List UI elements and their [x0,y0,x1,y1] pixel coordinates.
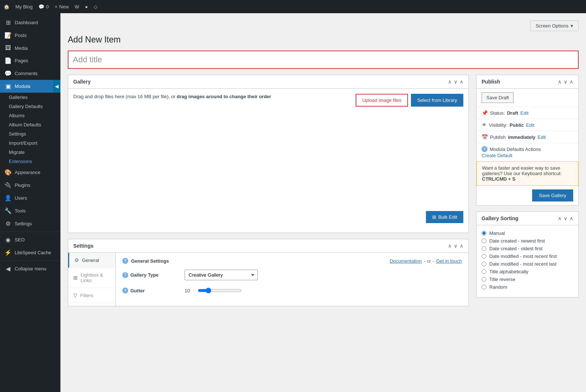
modula-icon: ▣ [4,83,12,90]
screen-options-bar: Screen Options ▾ [68,21,579,31]
publish-collapse-up[interactable]: ∧ [558,79,561,85]
sidebar-item-plugins[interactable]: 🔌 Plugins [0,179,60,192]
dashboard-icon: ⊞ [4,19,12,26]
sidebar-item-seo[interactable]: ◉ SEO [0,233,60,246]
sorting-radio-1[interactable] [482,238,486,243]
general-tab-icon: ⚙ [74,257,79,263]
select-from-library-button[interactable]: Select from Library [411,94,463,107]
sorting-collapse-down[interactable]: ∨ [564,215,567,221]
settings-tab-lightbox[interactable]: ⊞ Lightbox & Links [68,268,115,288]
collapse-icon: ◀ [4,265,12,272]
settings-close[interactable]: ∧ [460,243,463,249]
screen-options-button[interactable]: Screen Options ▾ [530,21,579,31]
gallery-empty-area: ⊞ Bulk Edit [73,110,463,228]
sorting-collapse-up[interactable]: ∧ [558,215,561,221]
sidebar-sub-migrate[interactable]: Migrate [4,148,60,157]
settings-collapse-up[interactable]: ∧ [448,243,452,249]
sidebar-sub-gallery-defaults[interactable]: Gallery Defaults [4,102,60,111]
metabox-close[interactable]: ∧ [460,79,463,85]
sorting-option: Date modified - most recent first [482,254,573,259]
sidebar-item-dashboard[interactable]: ⊞ Dashboard [0,16,60,29]
publish-edit-link[interactable]: Edit [538,134,546,140]
sorting-label: Date modified - most recent first [489,254,557,259]
general-settings-help-badge[interactable]: ? [122,258,128,264]
admin-bar-site[interactable]: My Blog [15,4,33,10]
admin-bar-comments[interactable]: 💬 0 [38,4,49,10]
sorting-radio-2[interactable] [482,246,486,251]
sidebar-divider2 [0,260,60,261]
sorting-radio-6[interactable] [482,277,486,282]
gallery-metabox-header: Gallery ∧ ∨ ∧ [68,75,468,89]
sorting-radio-3[interactable] [482,254,486,259]
main-content: Screen Options ▾ Add New Item Gallery ∧ … [60,13,586,392]
sidebar-item-settings[interactable]: ⚙ Settings [0,217,60,230]
sidebar-item-litespeed[interactable]: ⚡ LiteSpeed Cache [0,246,60,259]
upload-image-files-button[interactable]: Upload image files [356,94,408,107]
get-in-touch-link[interactable]: Get in touch [436,258,462,264]
publish-collapse-down[interactable]: ∨ [564,79,567,85]
sorting-option: Title reverse [482,277,573,282]
sidebar-item-posts[interactable]: 📝 Posts [0,29,60,42]
metabox-collapse-up[interactable]: ∧ [448,79,452,85]
title-input[interactable] [68,51,579,69]
sidebar-item-pages[interactable]: 📄 Pages [0,54,60,67]
gutter-help-badge[interactable]: ? [122,288,128,293]
sidebar-sub-import-export[interactable]: Import/Export [4,138,60,148]
sidebar-item-users[interactable]: 👤 Users [0,192,60,204]
sorting-radio-7[interactable] [482,285,486,289]
save-gallery-button[interactable]: Save Gallery [532,189,573,201]
sidebar-item-appearance[interactable]: 🎨 Appearance [0,166,60,179]
visibility-edit-link[interactable]: Edit [526,122,534,128]
gallery-type-select[interactable]: Creative Gallery Masonry Slider Custom G… [185,270,258,280]
sidebar-item-modula[interactable]: ▣ Modula ◀ [0,80,60,93]
sidebar-sub-albums[interactable]: Albums [4,111,60,120]
sorting-radio-4[interactable] [482,262,486,266]
sorting-radio-0[interactable] [482,231,486,236]
settings-tab-general[interactable]: ⚙ General [68,253,115,268]
sidebar-sub-galleries[interactable]: Galleries [4,93,60,102]
modula-defaults-label: Modula Defaults Actions [490,147,541,152]
admin-bar-extra1[interactable]: W [75,4,79,10]
gutter-control: 10 [185,288,242,293]
publish-status-row: 📌 Status: Draft Edit [476,107,578,119]
sidebar-sub-extensions[interactable]: Extensions [4,157,60,166]
settings-collapse-down[interactable]: ∨ [454,243,457,249]
create-default-link[interactable]: Create Default [482,153,573,158]
gallery-type-help-badge[interactable]: ? [122,272,128,278]
publish-value: immediately [508,134,535,140]
sorting-metabox-header: Gallery Sorting ∧ ∨ ∧ [476,212,578,225]
publish-actions: Save Draft [476,89,578,107]
content-main: Gallery ∧ ∨ ∧ Drag and drop files here (… [68,75,469,312]
sidebar-collapse-menu[interactable]: ◀ Collapse menu [0,262,60,275]
comments-icon: 💬 [4,70,12,77]
sorting-radio-5[interactable] [482,269,486,274]
sidebar-divider [0,232,60,232]
modula-defaults-help-badge[interactable]: ? [482,146,487,152]
save-draft-button[interactable]: Save Draft [482,92,513,103]
sorting-option: Random [482,284,573,290]
gutter-slider[interactable] [198,288,242,293]
publish-footer: Save Gallery [476,186,578,205]
sidebar-item-media[interactable]: 🖼 Media [0,42,60,54]
sidebar-sub-album-defaults[interactable]: Album Defaults [4,120,60,129]
sidebar-sub-settings[interactable]: Settings [4,129,60,138]
admin-bar-extra2[interactable]: ● [85,4,88,10]
settings-header: ? General Settings Documentation - or - … [122,258,462,264]
gutter-value: 10 [185,288,193,293]
gallery-upload-area: Drag and drop files here (max 16 MB per … [73,94,463,107]
bulk-edit-button[interactable]: ⊞ Bulk Edit [426,211,463,223]
filters-tab-icon: ▽ [73,292,77,298]
status-edit-link[interactable]: Edit [520,110,528,116]
sidebar-item-comments[interactable]: 💬 Comments [0,67,60,80]
documentation-link[interactable]: Documentation [390,258,422,264]
admin-bar-new[interactable]: + New [55,4,69,10]
sorting-close[interactable]: ∧ [570,215,573,221]
gallery-upload-text: Drag and drop files here (max 16 MB per … [73,94,271,99]
admin-bar-extra3[interactable]: ◇ [94,4,97,10]
settings-tab-content: ? General Settings Documentation - or - … [116,253,468,306]
settings-tab-filters[interactable]: ▽ Filters [68,288,115,303]
publish-close[interactable]: ∧ [570,79,573,85]
metabox-collapse-down[interactable]: ∨ [454,79,457,85]
sidebar-item-tools[interactable]: 🔧 Tools [0,204,60,217]
admin-bar-wp-logo[interactable]: 🏠 [4,4,10,10]
